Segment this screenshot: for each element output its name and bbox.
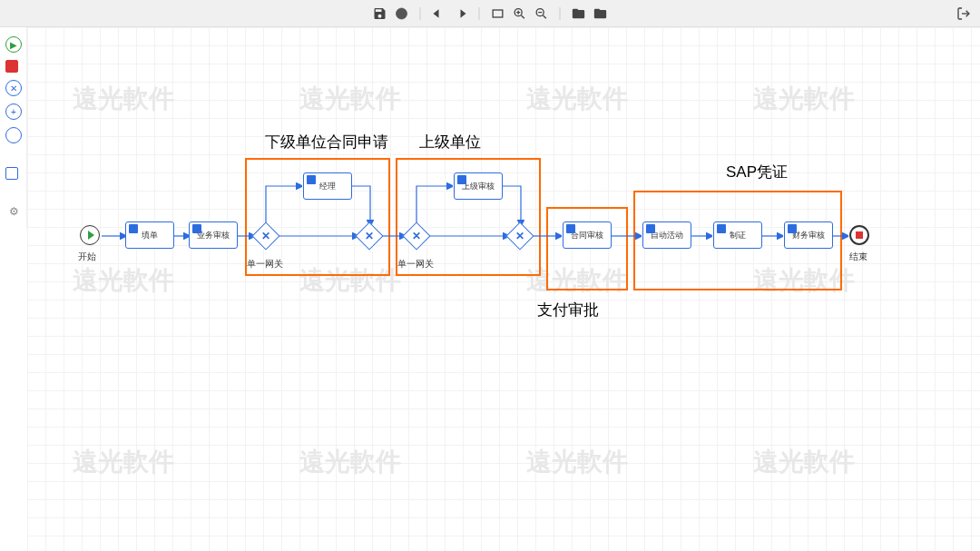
svg-point-0 [397, 8, 407, 19]
task-label: 经理 [319, 181, 336, 192]
gateway-label: 单一网关 [247, 258, 283, 271]
task-upper-review[interactable]: 上级审核 [454, 172, 503, 200]
task-contract-review[interactable]: 合同审核 [563, 221, 612, 249]
palette-end-event[interactable] [5, 60, 18, 73]
task-label: 制证 [730, 230, 746, 241]
folder-icon[interactable] [593, 6, 608, 21]
watermark: 遠光軟件 [526, 445, 628, 479]
task-label: 填单 [142, 230, 158, 241]
zoom-in-icon[interactable] [513, 6, 527, 21]
palette-settings-icon[interactable]: ⚙ [5, 203, 22, 220]
task-label: 自动活动 [651, 230, 683, 241]
task-fill-form[interactable]: 填单 [125, 221, 174, 249]
save-icon[interactable] [373, 6, 387, 21]
task-label: 合同审核 [571, 230, 603, 241]
group-box-3[interactable] [546, 207, 628, 290]
start-label: 开始 [78, 251, 96, 263]
toolbar [0, 0, 980, 27]
watermark: 遠光軟件 [753, 82, 855, 116]
task-biz-review[interactable]: 业务审核 [189, 221, 238, 249]
group-title-2: 上级单位 [419, 132, 481, 153]
watermark: 遠光軟件 [73, 82, 174, 116]
task-label: 财务审核 [792, 230, 825, 241]
end-label: 结束 [849, 251, 867, 263]
svg-rect-1 [493, 10, 503, 17]
globe-icon[interactable] [395, 6, 409, 21]
undo-icon[interactable] [432, 6, 446, 21]
task-manager[interactable]: 经理 [303, 172, 352, 200]
start-event[interactable] [80, 225, 100, 245]
watermark: 遠光軟件 [73, 445, 174, 479]
task-finance-review[interactable]: 财务审核 [784, 221, 833, 249]
svg-line-7 [544, 15, 546, 18]
end-event[interactable] [849, 225, 869, 245]
watermark: 遠光軟件 [73, 263, 174, 298]
group-title-1: 下级单位合同申请 [265, 132, 388, 153]
task-make-voucher[interactable]: 制证 [713, 221, 762, 249]
task-label: 业务审核 [197, 230, 230, 241]
watermark: 遠光軟件 [526, 82, 628, 116]
folder-add-icon[interactable] [572, 6, 586, 21]
palette-exclusive-gateway[interactable]: ✕ [5, 80, 22, 96]
palette-intermediate-event[interactable] [5, 127, 22, 143]
palette: ▶ ✕ + ⚙ [0, 27, 27, 229]
watermark: 遠光軟件 [753, 445, 855, 479]
watermark: 遠光軟件 [299, 445, 401, 479]
palette-parallel-gateway[interactable]: + [5, 103, 22, 120]
svg-line-3 [522, 15, 524, 18]
task-auto-activity[interactable]: 自动活动 [642, 221, 691, 249]
palette-start-event[interactable]: ▶ [5, 36, 22, 53]
exit-icon[interactable] [956, 6, 971, 21]
canvas[interactable]: 遠光軟件 遠光軟件 遠光軟件 遠光軟件 遠光軟件 遠光軟件 遠光軟件 遠光軟件 … [27, 27, 980, 551]
palette-task[interactable] [5, 167, 18, 180]
group-title-3: 支付审批 [537, 300, 599, 320]
redo-icon[interactable] [454, 6, 468, 21]
task-label: 上级审核 [462, 181, 495, 192]
group-title-4: SAP凭证 [726, 162, 788, 182]
fit-to-screen-icon[interactable] [491, 6, 505, 21]
watermark: 遠光軟件 [299, 82, 401, 116]
zoom-out-icon[interactable] [534, 6, 549, 21]
gateway-label: 单一网关 [397, 258, 434, 271]
